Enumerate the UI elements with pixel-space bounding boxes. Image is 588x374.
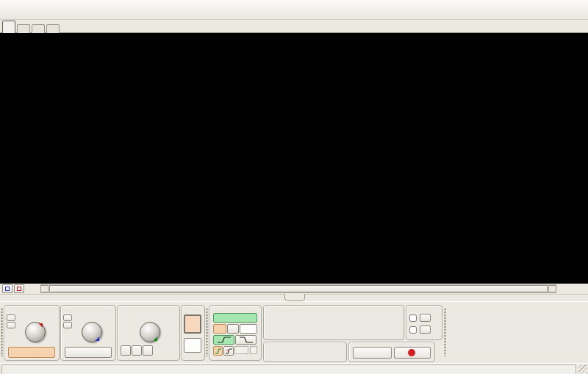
sync-source-b-button[interactable] — [227, 324, 239, 334]
blue-marker-icon — [5, 287, 10, 291]
zoom-out-button[interactable] — [132, 345, 142, 356]
falling-edge-icon — [238, 336, 254, 344]
edge-trigger-icon — [225, 348, 233, 355]
status-message — [1, 364, 576, 374]
filter-b-checkbox[interactable] — [409, 326, 417, 334]
reset-button[interactable] — [394, 347, 431, 359]
sync-source-ext-button[interactable] — [240, 324, 257, 334]
channel-b-power-button[interactable] — [65, 347, 112, 358]
sync-mode-level-button[interactable] — [213, 346, 223, 356]
toolbar — [0, 0, 588, 20]
channel-a-power-button[interactable] — [8, 347, 55, 358]
collapse-panel-button[interactable] — [284, 294, 305, 301]
sync-rising-edge-button[interactable] — [213, 335, 234, 345]
sync-falling-edge-button[interactable] — [235, 335, 257, 345]
channel-a-coupling-dc-button[interactable] — [7, 322, 15, 328]
knob-pointer-icon — [153, 337, 161, 345]
tab-oscilloscope[interactable] — [2, 21, 15, 34]
filter-a-more-button[interactable] — [420, 314, 431, 322]
channel-b-coupling-ac-button[interactable] — [63, 314, 72, 321]
marker-params-group — [263, 305, 404, 340]
channel-b-group — [60, 305, 116, 361]
panel-drag-handle[interactable] — [1, 308, 3, 356]
sync-level-unit — [250, 346, 257, 354]
copy-page-button[interactable] — [143, 345, 153, 356]
scroll-right-button[interactable] — [548, 285, 556, 292]
view-xy-button[interactable] — [184, 338, 201, 353]
oscilloscope-display[interactable] — [0, 33, 588, 284]
common-params-group — [263, 342, 347, 362]
sync-enabled-button[interactable] — [213, 313, 257, 323]
scrollbar-thumb[interactable] — [49, 285, 548, 292]
view-group — [181, 305, 205, 361]
filter-group — [406, 305, 442, 340]
scope-canvas[interactable] — [0, 33, 588, 284]
knob-pointer-icon — [95, 337, 103, 345]
red-marker-icon — [17, 287, 21, 291]
sync-mode-edge-button[interactable] — [223, 346, 234, 356]
zoom-in-button[interactable] — [121, 345, 131, 356]
rising-edge-icon — [216, 336, 232, 344]
period-knob[interactable] — [140, 322, 160, 342]
control-panel — [0, 301, 588, 363]
marker-a-button[interactable] — [2, 284, 12, 293]
single-shot-button[interactable] — [353, 347, 392, 359]
scope-scroll-row — [0, 284, 588, 295]
knob-pointer-icon — [38, 319, 46, 327]
filter-b-more-button[interactable] — [420, 326, 431, 334]
management-group — [348, 342, 435, 362]
sync-group — [209, 305, 262, 361]
sync-level-input[interactable] — [234, 346, 248, 354]
status-bar — [0, 363, 588, 374]
period-group — [117, 305, 180, 361]
scroll-left-button[interactable] — [40, 285, 49, 292]
channel-a-coupling-ac-button[interactable] — [7, 314, 15, 321]
panel-drag-handle[interactable] — [444, 308, 446, 356]
resize-grip[interactable] — [578, 364, 587, 373]
panel-drag-handle[interactable] — [206, 308, 208, 356]
view-t-button[interactable] — [184, 314, 201, 334]
channel-b-coupling-dc-button[interactable] — [63, 322, 72, 328]
level-trigger-icon — [215, 348, 222, 355]
reset-x-icon — [408, 349, 415, 356]
channel-b-gain-knob[interactable] — [82, 322, 102, 342]
filter-a-checkbox[interactable] — [409, 314, 417, 322]
sync-source-a-button[interactable] — [213, 324, 226, 334]
horizontal-scrollbar[interactable] — [40, 284, 556, 293]
marker-b-button[interactable] — [14, 284, 24, 293]
channel-a-gain-knob[interactable] — [25, 322, 46, 342]
channel-a-group — [4, 305, 60, 361]
tab-bar — [0, 20, 588, 33]
